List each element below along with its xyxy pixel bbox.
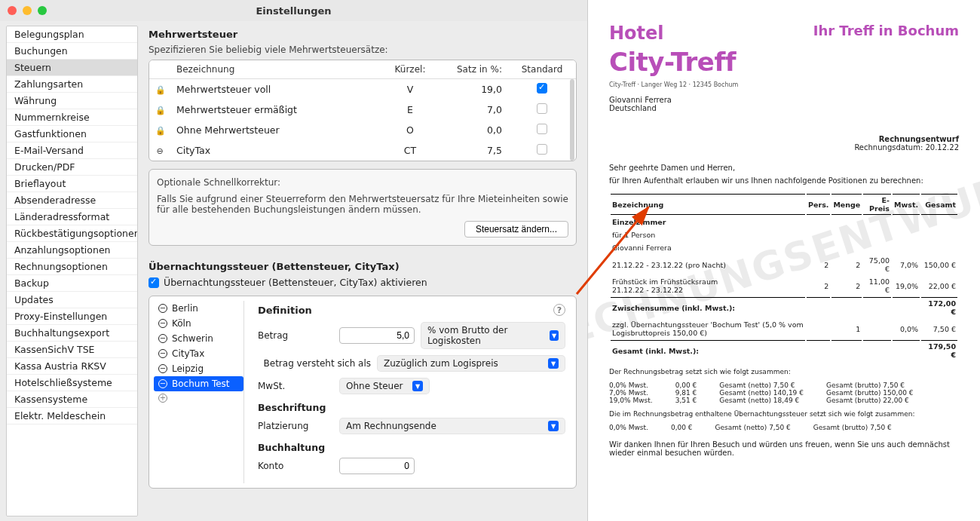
sidebar-item[interactable]: Hotelschließsysteme (7, 375, 137, 391)
settings-window: Einstellungen BelegungsplanBuchungenSteu… (0, 0, 588, 521)
accommodation-tax-heading: Übernachtungssteuer (Bettensteuer, CityT… (149, 261, 577, 272)
minus-icon: − (158, 379, 167, 388)
scrollbar[interactable] (570, 79, 574, 161)
standard-checkbox[interactable] (537, 103, 547, 114)
acc-breakdown-intro: Die im Rechnungsbetrag enthaltene Überna… (609, 410, 959, 418)
account-label: Konto (258, 461, 333, 471)
sidebar-item[interactable]: Updates (7, 292, 137, 308)
vat-heading: Mehrwertsteuer (149, 29, 577, 40)
sidebar: BelegungsplanBuchungenSteuernZahlungsart… (6, 26, 138, 516)
sidebar-item[interactable]: Rückbestätigungsoptionen (7, 225, 137, 242)
sidebar-item[interactable]: Buchhaltungsexport (7, 325, 137, 342)
account-input[interactable] (339, 458, 415, 474)
vat-row[interactable]: 🔒 Mehrwertsteuer voll V 19,0 (149, 79, 576, 100)
change-rate-button[interactable]: Steuersatz ändern... (464, 221, 568, 238)
closing-text: Wir danken Ihnen für Ihren Besuch und wü… (609, 440, 959, 457)
correction-desc: Falls Sie aufgrund einer Steuerreform de… (157, 194, 568, 215)
understand-label: Betrag versteht sich als (258, 358, 371, 369)
invoice-preview: RECHNUNGSENTWURF Hotel Ihr Treff in Boch… (588, 0, 980, 521)
sidebar-item[interactable]: Backup (7, 275, 137, 292)
placement-select[interactable]: Am Rechnungsende▼ (339, 418, 565, 434)
acc-breakdown: 0,0% Mwst. 0,00 € Gesamt (netto) 7,50 € … (609, 424, 959, 431)
tax-list-item[interactable]: −CityTax (154, 346, 243, 361)
minus-icon: − (158, 304, 167, 313)
sidebar-item[interactable]: Proxy-Einstellungen (7, 308, 137, 325)
tax-list-item[interactable]: −Leipzig (154, 361, 243, 376)
understand-select[interactable]: Zuzüglich zum Logispreis▼ (377, 355, 565, 372)
titlebar: Einstellungen (0, 0, 587, 21)
amount-input[interactable] (339, 327, 415, 344)
help-icon[interactable]: ? (553, 304, 565, 316)
amount-unit-select[interactable]: % vom Brutto der Logiskosten▼ (421, 322, 565, 349)
vat-desc: Spezifizieren Sie beliebig viele Mehrwer… (149, 44, 577, 55)
tax-list: −Berlin−Köln−Schwerin−CityTax−Leipzig−Bo… (154, 301, 244, 483)
standard-checkbox[interactable] (537, 124, 547, 134)
sidebar-item[interactable]: Absenderadresse (7, 192, 137, 209)
window-title: Einstellungen (256, 5, 331, 17)
enable-acc-tax-checkbox[interactable] (149, 277, 159, 288)
vat-row[interactable]: 🔒 Mehrwertsteuer ermäßigt E 7,0 (149, 100, 576, 120)
correction-box: Optionale Schnellkorrektur: Falls Sie au… (149, 169, 577, 246)
vat-select[interactable]: Ohne Steuer▼ (339, 378, 430, 394)
close-icon[interactable] (8, 6, 17, 15)
sidebar-item[interactable]: Nummernkreise (7, 109, 137, 126)
salutation: Sehr geehrte Damen und Herren, (609, 164, 959, 172)
lock-icon: 🔒 (155, 85, 166, 95)
sidebar-item[interactable]: KassenSichV TSE (7, 342, 137, 358)
tax-list-item[interactable]: −Bochum Test (154, 376, 243, 391)
sidebar-item[interactable]: Gastfunktionen (7, 126, 137, 143)
vat-row[interactable]: 🔒 Ohne Mehrwertsteuer O 0,0 (149, 120, 576, 140)
sidebar-item[interactable]: Drucken/PDF (7, 159, 137, 176)
sidebar-item[interactable]: Belegungsplan (7, 26, 137, 43)
col-satz: Satz in %: (440, 60, 508, 78)
standard-checkbox[interactable] (537, 83, 547, 93)
sender-address: City-Treff · Langer Weg 12 · 12345 Bochu… (609, 81, 959, 88)
amount-label: Betrag (258, 330, 333, 341)
definition-heading: Definition (258, 305, 312, 316)
chevron-down-icon: ▼ (548, 358, 559, 369)
intro-text: für Ihren Aufenthalt erlauben wir uns Ih… (609, 176, 959, 185)
minus-icon: − (158, 334, 167, 343)
placement-label: Platzierung (258, 421, 333, 431)
content-pane: Mehrwertsteuer Spezifizieren Sie beliebi… (138, 21, 587, 521)
sidebar-item[interactable]: Kassa Austria RKSV (7, 358, 137, 375)
minus-icon: − (158, 319, 167, 328)
vat-table: Bezeichnung Kürzel: Satz in %: Standard … (149, 60, 577, 161)
tax-list-item[interactable]: −Berlin (154, 301, 243, 316)
sidebar-item[interactable]: Steuern (7, 60, 137, 76)
sidebar-item[interactable]: Rechnungsoptionen (7, 259, 137, 275)
correction-heading: Optionale Schnellkorrektur: (157, 177, 568, 188)
chevron-down-icon: ▼ (550, 330, 559, 341)
zoom-icon[interactable] (38, 6, 47, 15)
sidebar-item[interactable]: Buchungen (7, 43, 137, 60)
vat-breakdown: 0,0% Mwst.7,0% Mwst.19,0% Mwst.0,00 €9,8… (609, 382, 959, 404)
sidebar-item[interactable]: Anzahlungsoptionen (7, 242, 137, 259)
sidebar-item[interactable]: Zahlungsarten (7, 76, 137, 93)
sidebar-item[interactable]: E-Mail-Versand (7, 143, 137, 159)
slogan: Ihr Treff in Bochum (813, 23, 959, 38)
sidebar-item[interactable]: Währung (7, 93, 137, 109)
vat-row[interactable]: ⊖ CityTax CT 7,5 (149, 140, 576, 161)
logo-main: City-Treff (609, 47, 959, 77)
standard-checkbox[interactable] (537, 144, 547, 155)
chevron-down-icon: ▼ (548, 421, 559, 431)
acc-tax-panel: −Berlin−Köln−Schwerin−CityTax−Leipzig−Bo… (149, 296, 577, 489)
definition-panel: Definition ? Betrag % vom Brutto der Log… (252, 301, 571, 483)
tax-list-item[interactable]: −Köln (154, 316, 243, 331)
sidebar-item[interactable]: Länderadressformat (7, 209, 137, 225)
lock-icon: 🔒 (155, 106, 166, 115)
sidebar-item[interactable]: Brieflayout (7, 176, 137, 192)
sidebar-item[interactable]: Elektr. Meldeschein (7, 408, 137, 424)
plus-icon: + (158, 394, 167, 403)
caption-heading: Beschriftung (258, 402, 565, 413)
chevron-down-icon: ▼ (412, 381, 423, 391)
tax-list-item[interactable]: −Schwerin (154, 331, 243, 346)
minus-icon: − (158, 349, 167, 358)
minimize-icon[interactable] (23, 6, 32, 15)
invoice-meta: Rechnungsentwurf Rechnungsdatum: 20.12.2… (609, 135, 959, 152)
sidebar-item[interactable]: Kassensysteme (7, 391, 137, 408)
add-tax-button[interactable]: + (154, 391, 243, 405)
invoice-table: Bezeichnung Pers. Menge E-Preis Mwst. Ge… (609, 192, 959, 362)
vat-label: MwSt. (258, 381, 333, 391)
logo-top: Hotel (609, 23, 664, 44)
